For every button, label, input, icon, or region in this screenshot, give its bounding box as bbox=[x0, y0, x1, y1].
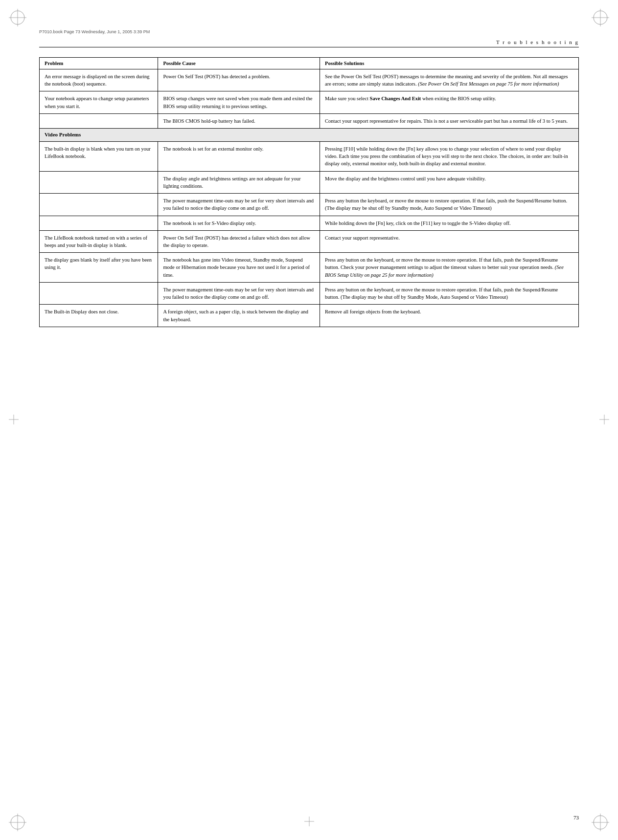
italic-text: (See BIOS Setup Utility on page 25 for m… bbox=[325, 265, 564, 277]
section-header-row: Video Problems bbox=[40, 129, 579, 142]
page-title: T r o u b l e s h o o t i n g bbox=[496, 39, 579, 45]
center-right-mark bbox=[599, 415, 609, 425]
problem-cell: The LifeBook notebook turned on with a s… bbox=[40, 230, 158, 252]
problem-cell bbox=[40, 194, 158, 216]
solution-text: Press any button on the keyboard, or mov… bbox=[325, 257, 564, 277]
solution-cell: Make sure you select Save Changes And Ex… bbox=[320, 91, 579, 113]
problem-cell: The built-in display is blank when you t… bbox=[40, 142, 158, 172]
cause-cell: The power management time-outs may be se… bbox=[158, 194, 320, 216]
problem-cell bbox=[40, 282, 158, 304]
table-row: The BIOS CMOS hold-up battery has failed… bbox=[40, 113, 579, 128]
problem-cell bbox=[40, 171, 158, 193]
page: P7010.book Page 73 Wednesday, June 1, 20… bbox=[0, 0, 618, 840]
header-bar: T r o u b l e s h o o t i n g bbox=[39, 39, 579, 47]
problem-cell bbox=[40, 216, 158, 230]
solution-cell: See the Power On Self Test (POST) messag… bbox=[320, 69, 579, 91]
solution-cell: Press any button on the keyboard, or mov… bbox=[320, 253, 579, 283]
table-row: The display goes blank by itself after y… bbox=[40, 253, 579, 283]
solution-cell: Pressing [F10] while holding down the [F… bbox=[320, 142, 579, 172]
corner-mark-tl bbox=[9, 9, 26, 26]
problem-cell bbox=[40, 113, 158, 128]
table-row: The built-in display is blank when you t… bbox=[40, 142, 579, 172]
solution-cell: Press any button on the keyboard, or mov… bbox=[320, 282, 579, 304]
cause-cell: Power On Self Test (POST) has detected a… bbox=[158, 69, 320, 91]
solution-cell: While holding down the [Fn] key, click o… bbox=[320, 216, 579, 230]
section-label: Video Problems bbox=[40, 129, 579, 142]
col-header-cause: Possible Cause bbox=[158, 58, 320, 69]
table-row: The LifeBook notebook turned on with a s… bbox=[40, 230, 579, 252]
solution-cell: Press any button the keyboard, or move t… bbox=[320, 194, 579, 216]
page-number: 73 bbox=[573, 815, 579, 820]
solution-cell: Move the display and the brightness cont… bbox=[320, 171, 579, 193]
cause-cell: A foreign object, such as a paper clip, … bbox=[158, 305, 320, 327]
table-row: The power management time-outs may be se… bbox=[40, 282, 579, 304]
cause-cell: The BIOS CMOS hold-up battery has failed… bbox=[158, 113, 320, 128]
cause-cell: BIOS setup changes were not saved when y… bbox=[158, 91, 320, 113]
cause-cell: Power On Self Test (POST) has detected a… bbox=[158, 230, 320, 252]
center-bottom-mark bbox=[304, 817, 314, 827]
table-row: Your notebook appears to change setup pa… bbox=[40, 91, 579, 113]
corner-mark-br bbox=[592, 814, 609, 831]
cause-cell: The display angle and brightness setting… bbox=[158, 171, 320, 193]
col-header-solution: Possible Solutions bbox=[320, 58, 579, 69]
solution-cell: Contact your support representative. bbox=[320, 230, 579, 252]
table-row: The Built-in Display does not close. A f… bbox=[40, 305, 579, 327]
corner-mark-tr bbox=[592, 9, 609, 26]
solution-text: Make sure you select Save Changes And Ex… bbox=[325, 96, 496, 101]
italic-text: (See Power On Self Test Messages on page… bbox=[418, 81, 559, 87]
corner-mark-bl bbox=[9, 814, 26, 831]
col-header-problem: Problem bbox=[40, 58, 158, 69]
center-left-mark bbox=[9, 415, 19, 425]
table-row: An error message is displayed on the scr… bbox=[40, 69, 579, 91]
cause-cell: The power management time-outs may be se… bbox=[158, 282, 320, 304]
cause-cell: The notebook has gone into Video timeout… bbox=[158, 253, 320, 283]
problem-cell: The display goes blank by itself after y… bbox=[40, 253, 158, 283]
problem-cell: Your notebook appears to change setup pa… bbox=[40, 91, 158, 113]
table-row: The notebook is set for S-Video display … bbox=[40, 216, 579, 230]
table-row: The power management time-outs may be se… bbox=[40, 194, 579, 216]
problem-cell: An error message is displayed on the scr… bbox=[40, 69, 158, 91]
solution-text: See the Power On Self Test (POST) messag… bbox=[325, 74, 568, 87]
cause-cell: The notebook is set for S-Video display … bbox=[158, 216, 320, 230]
cause-cell: The notebook is set for an external moni… bbox=[158, 142, 320, 172]
table-header-row: Problem Possible Cause Possible Solution… bbox=[40, 58, 579, 69]
bold-text: Save Changes And Exit bbox=[370, 96, 421, 101]
troubleshoot-table: Problem Possible Cause Possible Solution… bbox=[39, 57, 579, 327]
problem-cell: The Built-in Display does not close. bbox=[40, 305, 158, 327]
solution-cell: Remove all foreign objects from the keyb… bbox=[320, 305, 579, 327]
solution-cell: Contact your support representative for … bbox=[320, 113, 579, 128]
table-row: The display angle and brightness setting… bbox=[40, 171, 579, 193]
book-info: P7010.book Page 73 Wednesday, June 1, 20… bbox=[39, 29, 579, 34]
